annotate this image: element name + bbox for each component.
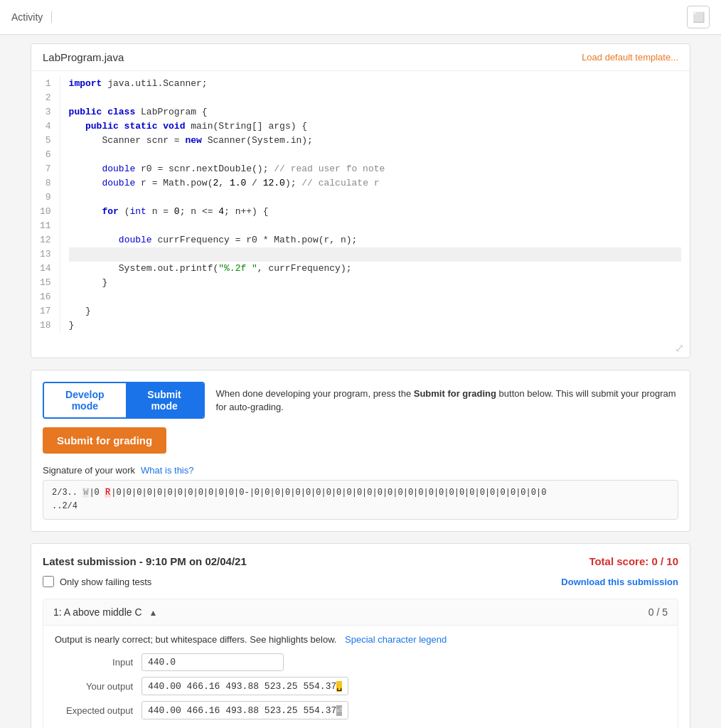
code-line-1: import java.util.Scanner; <box>69 77 681 91</box>
special-char-legend-link-1[interactable]: Special character legend <box>345 634 447 645</box>
code-line-3: public class LabProgram { <box>69 105 681 119</box>
signature-box: 2/3.. W|0 R|0|0|0|0|0|0|0|0|0|0|0|0|0-|0… <box>43 480 678 520</box>
download-submission-link[interactable]: Download this submission <box>561 577 678 587</box>
expected-output-label-1: Expected output <box>55 705 133 716</box>
load-template-link[interactable]: Load default template... <box>582 52 678 63</box>
code-editor-header: LabProgram.java Load default template... <box>31 44 690 71</box>
code-line-13 <box>69 247 681 262</box>
expected-output-row-1: Expected output 440.00 466.16 493.88 523… <box>55 701 666 719</box>
failing-tests-checkbox[interactable] <box>43 576 54 587</box>
test-case-1-body: Output is nearly correct; but whitespace… <box>43 626 678 728</box>
code-line-12: double currFrequency = r0 * Math.pow(r, … <box>69 233 681 247</box>
chevron-up-1: ▲ <box>149 608 157 618</box>
mode-description-prefix: When done developing your program, press… <box>216 388 414 399</box>
mode-toggle: Develop mode Submit mode <box>43 382 205 419</box>
activity-label: Activity <box>11 11 52 23</box>
signature-row: Signature of your work What is this? <box>43 465 678 476</box>
code-line-5: Scanner scnr = new Scanner(System.in); <box>69 134 681 148</box>
checkbox-row: Only show failing tests <box>43 576 151 587</box>
test-case-1-score: 0 / 5 <box>648 606 668 618</box>
mode-description-bold: Submit for grading <box>414 388 496 399</box>
code-line-9 <box>69 191 681 205</box>
sig-r: R <box>105 488 111 498</box>
code-line-17: } <box>69 304 681 318</box>
code-line-7: double r0 = scnr.nextDouble(); // read u… <box>69 162 681 176</box>
code-filename: LabProgram.java <box>43 51 124 63</box>
code-content[interactable]: import java.util.Scanner; public class L… <box>60 77 690 333</box>
code-editor-box: LabProgram.java Load default template...… <box>31 43 690 358</box>
submission-title: Latest submission - 9:10 PM on 02/04/21 <box>43 555 247 567</box>
code-line-2 <box>69 91 681 105</box>
test-case-1: 1: A above middle C ▲ 0 / 5 Output is ne… <box>43 599 678 728</box>
code-line-11 <box>69 219 681 233</box>
develop-mode-button[interactable]: Develop mode <box>44 383 126 417</box>
your-output-value-1: 440.00 466.16 493.88 523.25 554.37␣ <box>141 677 348 695</box>
line-numbers: 12345 678910 1112131415 161718 <box>31 77 60 333</box>
submission-header: Latest submission - 9:10 PM on 02/04/21 … <box>43 555 678 567</box>
code-area: 12345 678910 1112131415 161718 import ja… <box>31 71 690 338</box>
your-output-row-1: Your output 440.00 466.16 493.88 523.25 … <box>55 677 666 695</box>
submission-controls: Only show failing tests Download this su… <box>43 576 678 587</box>
what-is-this-link[interactable]: What is this? <box>141 465 193 476</box>
total-score: Total score: 0 / 10 <box>589 555 678 567</box>
code-line-10: for (int n = 0; n <= 4; n++) { <box>69 205 681 219</box>
mode-row: Develop mode Submit mode When done devel… <box>43 382 678 419</box>
your-output-label-1: Your output <box>55 681 133 692</box>
code-line-8: double r = Math.pow(2, 1.0 / 12.0); // c… <box>69 176 681 191</box>
test-case-1-message: Output is nearly correct; but whitespace… <box>55 634 666 645</box>
code-line-16 <box>69 290 681 304</box>
expected-output-value-1: 440.00 466.16 493.88 523.25 554.37⏎ <box>141 701 348 719</box>
submit-mode-button[interactable]: Submit mode <box>126 383 203 417</box>
main-container: LabProgram.java Load default template...… <box>19 35 702 728</box>
sig-w: W <box>82 488 89 498</box>
submission-section: Latest submission - 9:10 PM on 02/04/21 … <box>31 543 690 728</box>
code-line-4: public static void main(String[] args) { <box>69 119 681 134</box>
resize-handle[interactable]: ⤢ <box>31 338 690 358</box>
code-line-15: } <box>69 276 681 290</box>
code-line-6 <box>69 148 681 162</box>
test-case-1-header[interactable]: 1: A above middle C ▲ 0 / 5 <box>43 599 678 626</box>
checkbox-label: Only show failing tests <box>60 577 151 587</box>
signature-label: Signature of your work <box>43 465 135 476</box>
top-bar: Activity ⬜ <box>0 0 721 35</box>
input-label-1: Input <box>55 657 133 668</box>
input-value-1: 440.0 <box>141 653 284 671</box>
mode-description: When done developing your program, press… <box>216 387 679 414</box>
test-case-1-name: 1: A above middle C ▲ <box>53 606 157 618</box>
expand-icon[interactable]: ⬜ <box>687 6 710 28</box>
code-line-14: System.out.printf("%.2f ", currFrequency… <box>69 262 681 276</box>
expected-output-highlight-1: ⏎ <box>336 705 342 716</box>
your-output-highlight-1: ␣ <box>336 681 342 692</box>
input-row-1: Input 440.0 <box>55 653 666 671</box>
submit-for-grading-button[interactable]: Submit for grading <box>43 427 166 454</box>
mode-section: Develop mode Submit mode When done devel… <box>31 370 690 532</box>
code-line-18: } <box>69 318 681 333</box>
